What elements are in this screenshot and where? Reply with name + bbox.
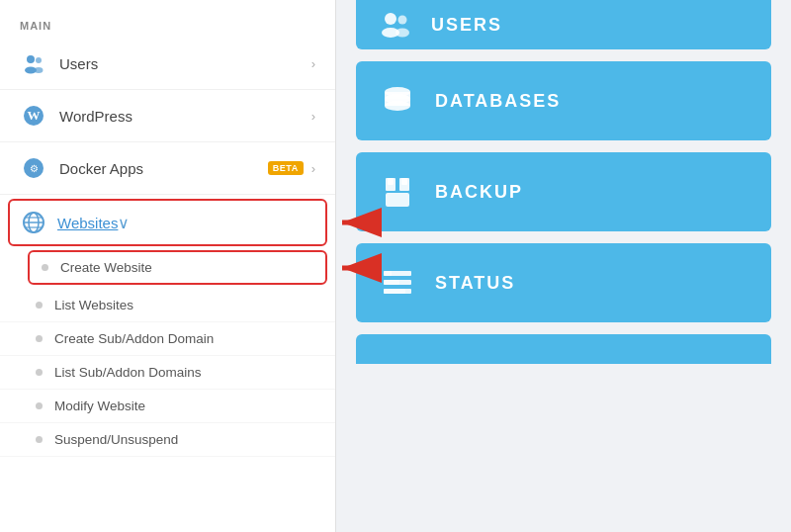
section-label: MAIN: [0, 10, 335, 38]
wordpress-icon: W: [20, 102, 47, 130]
create-sub-addon-label: Create Sub/Addon Domain: [54, 331, 214, 346]
svg-text:⚙: ⚙: [30, 163, 39, 174]
users-card-label: USERS: [431, 15, 502, 36]
create-website-label: Create Website: [60, 260, 152, 275]
svg-point-20: [396, 29, 409, 38]
list-sub-addon-label: List Sub/Addon Domains: [54, 365, 202, 380]
backup-card-icon: [380, 174, 415, 210]
card-extra[interactable]: [356, 334, 771, 364]
suspend-label: Suspend/Unsuspend: [54, 432, 178, 447]
list-sub-addon-dot: [36, 369, 43, 376]
sidebar-item-create-sub-addon[interactable]: Create Sub/Addon Domain: [0, 322, 335, 356]
card-status[interactable]: STATUS: [356, 243, 771, 322]
wordpress-arrow: ›: [311, 109, 315, 124]
svg-rect-30: [401, 178, 407, 185]
svg-point-3: [35, 67, 44, 73]
users-card-icon: [380, 11, 411, 39]
svg-rect-32: [384, 271, 392, 276]
sidebar-item-wordpress[interactable]: W WordPress ›: [0, 90, 335, 142]
sidebar-item-create-website[interactable]: Create Website: [28, 250, 327, 285]
svg-point-17: [385, 13, 396, 25]
websites-chevron: ∨: [118, 214, 130, 232]
sidebar-item-list-websites[interactable]: List Websites: [0, 289, 335, 322]
sidebar-item-list-sub-addon[interactable]: List Sub/Addon Domains: [0, 356, 335, 390]
card-users[interactable]: USERS: [356, 0, 771, 49]
svg-point-2: [36, 57, 42, 63]
docker-arrow: ›: [311, 161, 315, 176]
list-websites-dot: [36, 302, 43, 309]
backup-card-label: BACKUP: [435, 182, 523, 203]
docker-icon: ⚙: [20, 154, 47, 182]
sidebar: MAIN Users › W WordPress ›: [0, 0, 336, 532]
users-arrow: ›: [311, 56, 315, 71]
modify-website-dot: [36, 402, 43, 409]
wordpress-label: WordPress: [59, 108, 311, 125]
sidebar-item-docker[interactable]: ⚙ Docker Apps BETA ›: [0, 142, 335, 195]
svg-point-0: [27, 55, 35, 63]
status-card-label: STATUS: [435, 273, 515, 294]
websites-arrow-indicator: [337, 208, 385, 237]
websites-label: Websites: [57, 215, 118, 231]
svg-rect-36: [384, 289, 405, 294]
card-backup[interactable]: BACKUP: [356, 152, 771, 231]
card-databases[interactable]: DATABASES: [356, 61, 771, 140]
svg-rect-28: [386, 193, 409, 207]
svg-point-19: [398, 16, 407, 25]
databases-card-label: DATABASES: [435, 91, 561, 112]
docker-label: Docker Apps: [59, 160, 268, 177]
svg-point-25: [385, 101, 410, 111]
create-sub-addon-dot: [36, 335, 43, 342]
users-label: Users: [59, 55, 311, 72]
right-panel: USERS DATABASES BACKUP: [336, 0, 791, 532]
modify-website-label: Modify Website: [54, 399, 145, 413]
svg-rect-27: [388, 178, 394, 185]
websites-icon: [22, 211, 45, 234]
databases-card-icon: [380, 83, 415, 119]
sidebar-item-users[interactable]: Users ›: [0, 38, 335, 90]
status-card-icon: [380, 265, 415, 301]
list-websites-label: List Websites: [54, 298, 133, 312]
suspend-dot: [36, 436, 43, 443]
sidebar-item-modify-website[interactable]: Modify Website: [0, 390, 335, 423]
create-website-arrow-indicator: [337, 253, 385, 283]
sidebar-item-websites[interactable]: Websites ∨: [8, 199, 327, 246]
beta-badge: BETA: [268, 161, 304, 175]
svg-text:W: W: [28, 108, 41, 123]
users-icon: [20, 49, 47, 77]
svg-rect-34: [384, 280, 399, 285]
create-website-dot: [42, 264, 48, 271]
sidebar-item-suspend-unsuspend[interactable]: Suspend/Unsuspend: [0, 423, 335, 457]
